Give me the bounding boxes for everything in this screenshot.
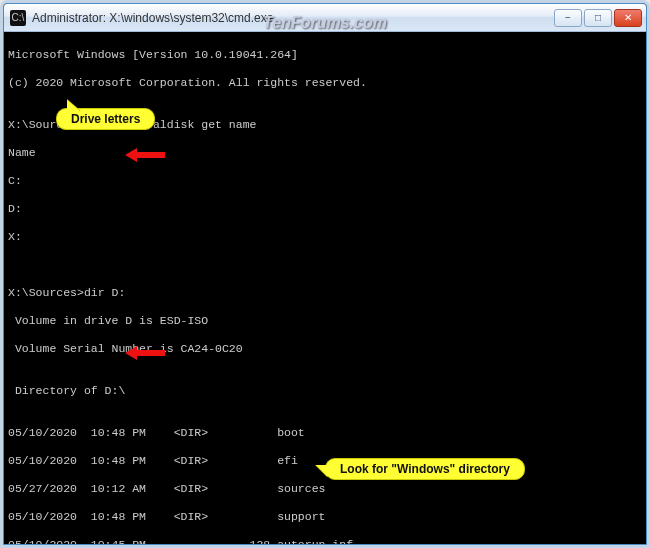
line: X:\Sources>wmic logicaldisk get name <box>8 118 642 132</box>
cmd-window: C:\ Administrator: X:\windows\system32\c… <box>3 3 647 545</box>
line: (c) 2020 Microsoft Corporation. All righ… <box>8 76 642 90</box>
terminal-output[interactable]: Microsoft Windows [Version 10.0.19041.26… <box>4 32 646 544</box>
cmd-icon: C:\ <box>10 10 26 26</box>
line: Volume Serial Number is CA24-0C20 <box>8 342 642 356</box>
window-buttons: − □ ✕ <box>554 9 642 27</box>
line: Volume in drive D is ESD-ISO <box>8 314 642 328</box>
line: D: <box>8 202 642 216</box>
cmd-entered: wmic logicaldisk get name <box>84 118 257 131</box>
table-row: 05/10/2020 10:48 PM <DIR> boot <box>8 426 642 440</box>
line: X:\Sources>dir D: <box>8 286 642 300</box>
line: Microsoft Windows [Version 10.0.19041.26… <box>8 48 642 62</box>
window-title: Administrator: X:\windows\system32\cmd.e… <box>32 11 554 25</box>
table-row: 05/10/2020 10:45 PM 128 autorun.inf <box>8 538 642 544</box>
line: Directory of D:\ <box>8 384 642 398</box>
maximize-button[interactable]: □ <box>584 9 612 27</box>
table-row: 05/27/2020 10:12 AM <DIR> sources <box>8 482 642 496</box>
titlebar[interactable]: C:\ Administrator: X:\windows\system32\c… <box>4 4 646 32</box>
table-row: 05/10/2020 10:48 PM <DIR> efi <box>8 454 642 468</box>
minimize-button[interactable]: − <box>554 9 582 27</box>
line: C: <box>8 174 642 188</box>
line: X: <box>8 230 642 244</box>
cmd-entered: dir D: <box>84 286 125 299</box>
close-button[interactable]: ✕ <box>614 9 642 27</box>
table-row: 05/10/2020 10:48 PM <DIR> support <box>8 510 642 524</box>
line: Name <box>8 146 642 160</box>
